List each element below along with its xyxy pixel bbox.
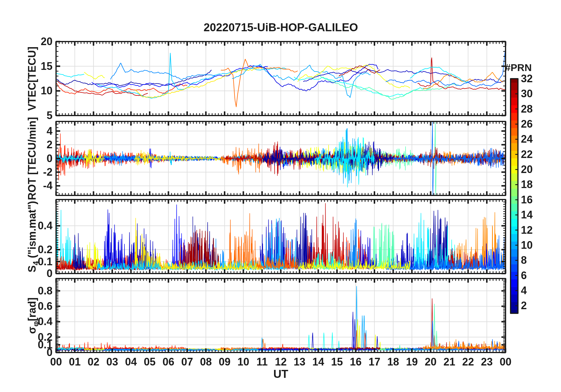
y-axis-label-vtec: VTEC[TECU] [26,47,40,111]
colorbar-tick-label: 12 [521,224,544,237]
colorbar-tick-label: 30 [521,87,544,100]
colorbar-tick-label: 20 [521,163,544,176]
y-tick-label: -2 [12,166,53,179]
colorbar-tick-label: 2 [521,299,544,312]
y-tick-label: 0.4 [12,315,53,328]
colorbar-tick-label: 22 [521,148,544,161]
x-tick-label: 00 [494,355,517,368]
y-tick-label: 0.4 [12,219,53,232]
colorbar-tick-label: 4 [521,284,544,297]
y-tick-label: 20 [12,35,53,48]
y-tick-label: 0 [12,267,53,280]
colorbar-tick-label: 18 [521,178,544,191]
colorbar-tick-label: 28 [521,103,544,116]
y-tick-label: 10 [12,84,53,97]
y-tick-label: 4 [12,125,53,138]
colorbar-tick-label: 24 [521,133,544,146]
colorbar-title: #PRN [505,62,540,73]
y-tick-label: 0.1 [12,255,53,268]
y-tick-label: 0 [12,152,53,165]
y-tick-label: 15 [12,60,53,73]
x-axis-label: UT [56,368,506,381]
colorbar-tick-label: 10 [521,239,544,252]
y-tick-label: -4 [12,179,53,192]
colorbar-tick-label: 16 [521,193,544,206]
colorbar-tick-label: 8 [521,254,544,267]
y-tick-label: 0.6 [12,300,53,313]
plot-canvas [0,0,561,392]
colorbar-tick-label: 32 [521,72,544,85]
figure-root: 20220715-UiB-HOP-GALILEO #PRN UT VTEC[TE… [0,0,561,392]
chart-title: 20220715-UiB-HOP-GALILEO [56,21,506,34]
colorbar-tick-label: 14 [521,208,544,221]
colorbar-tick-label: 6 [521,269,544,282]
colorbar-tick-label: 26 [521,118,544,131]
y-tick-label: 2 [12,138,53,151]
y-tick-label: 0.2 [12,243,53,256]
y-tick-label: 5 [12,109,53,122]
y-tick-label: 0.8 [12,284,53,297]
y-tick-label: 0.2 [12,331,53,344]
